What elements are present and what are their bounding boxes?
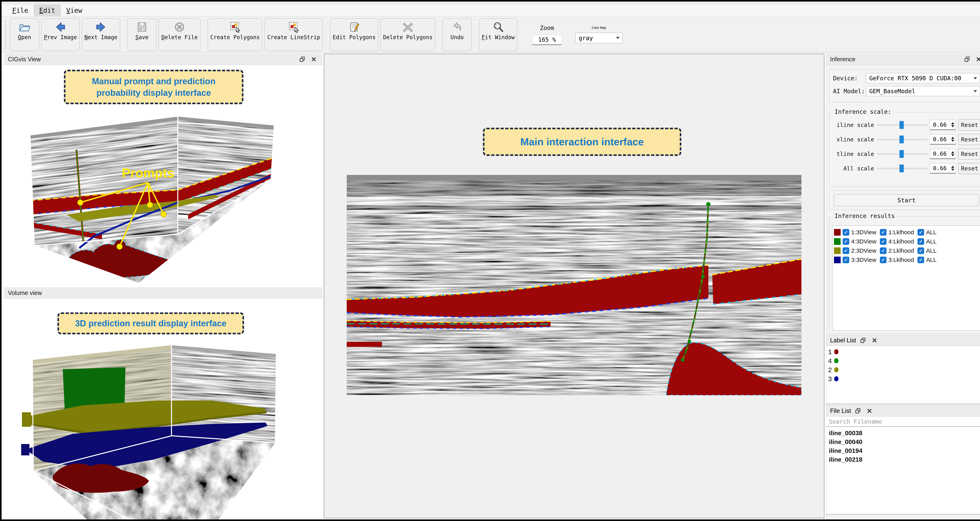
floppy-disk-icon [136,21,148,33]
zoom-label: Zoom [540,24,554,31]
inference-title: Inference [830,56,855,63]
all-checkbox-checked[interactable]: ✓ [918,229,924,236]
notepad-pencil-icon [348,21,360,33]
tline-scale-slider[interactable] [877,149,928,158]
label-list-panel-header: Label List ✕ [826,335,980,346]
label-list-item[interactable]: 3 [828,374,980,383]
all-checkbox-checked[interactable]: ✓ [918,257,924,263]
volume-3d-view[interactable]: 3D prediction result display interface [4,299,322,519]
all-checkbox-checked[interactable]: ✓ [918,238,924,245]
zoom-percent-field[interactable]: 165 % [532,35,562,45]
tline-reset-button[interactable]: Reset [958,148,980,160]
main-interaction-area[interactable]: Main interaction interface [324,54,824,518]
label-list-item[interactable]: 1 [828,347,980,356]
float-panel-icon[interactable] [854,407,862,415]
color-map-label: Color Map [592,26,606,30]
create-polygons-button[interactable]: Create Polygons [208,18,262,51]
file-list-item[interactable]: iline_00194 [829,446,980,455]
float-panel-icon[interactable] [963,55,972,64]
float-panel-icon[interactable] [298,55,307,64]
cigvis-3d-view[interactable]: Manual prompt and prediction probability… [4,65,322,288]
lklhood-checkbox-checked[interactable]: ✓ [880,247,886,254]
xline-scale-label: xline scale [832,136,877,143]
result-color-swatch [834,257,841,263]
file-list[interactable]: iline_00038 iline_00040 iline_00194 ilin… [826,427,980,515]
all-scale-spinbox[interactable]: 0.66 [930,164,956,173]
inference-panel: Device: GeForce RTX 5090 D CUDA:00 AI Mo… [826,65,980,334]
start-button[interactable]: Start [834,194,979,206]
view-checkbox-checked[interactable]: ✓ [843,257,849,263]
lklhood-checkbox-checked[interactable]: ✓ [880,257,886,263]
iline-scale-spinbox[interactable]: 0.66 [930,120,956,130]
magnifier-fit-icon [492,21,504,33]
result-row: ✓3:3DView ✓3:Lklhood ✓ALL [834,255,979,264]
file-list-item[interactable]: iline_00218 [829,455,980,464]
arrow-right-icon [95,21,107,33]
menu-edit[interactable]: Edit [34,5,61,16]
all-scale-label: All scale [832,165,877,172]
file-list-item[interactable]: iline_00040 [829,438,980,446]
view-checkbox-checked[interactable]: ✓ [843,247,849,254]
undo-button[interactable]: Undo [442,18,472,51]
close-panel-icon[interactable]: ✕ [310,55,318,64]
save-button[interactable]: Save [127,18,157,51]
close-panel-icon[interactable]: ✕ [974,55,980,64]
ai-model-select[interactable]: GEM_BaseModel [866,86,980,96]
label-color-dot [834,358,838,363]
close-panel-icon[interactable]: ✕ [865,407,874,415]
result-color-swatch [834,238,841,245]
menu-file[interactable]: File [7,5,34,16]
prev-image-button[interactable]: Prev Image [41,18,80,51]
lklhood-checkbox-checked[interactable]: ✓ [880,238,886,245]
result-row: ✓1:3DView ✓1:Lklhood ✓ALL [834,227,979,237]
view-checkbox-checked[interactable]: ✓ [843,229,849,236]
xline-scale-slider[interactable] [877,135,928,144]
color-map-select[interactable]: gray [576,33,622,43]
inference-scale-group-label: Inference scale: [833,108,893,115]
fit-window-button[interactable]: Fit Window [479,18,517,51]
file-list-panel-header: File List ✕ [826,405,980,416]
filename-search-input[interactable] [826,416,980,426]
right-dock-bottom-strip [826,515,980,518]
tline-scale-label: tline scale [832,151,877,157]
open-button[interactable]: Open [10,18,39,51]
iline-reset-button[interactable]: Reset [958,119,980,131]
delete-polygons-button[interactable]: Delete Polygons [380,18,435,51]
prompts-label: Prompts [122,166,174,180]
seismic-section-image [347,175,802,395]
tline-scale-spinbox[interactable]: 0.66 [930,149,956,159]
label-list[interactable]: 1 4 2 3 [826,346,980,404]
label-color-dot [834,376,838,381]
inference-results-group-label: Inference results [833,213,897,219]
seismic-section-canvas[interactable] [347,175,802,395]
result-color-swatch [834,247,841,254]
window-top-strip [2,2,980,4]
iline-scale-slider[interactable] [877,121,928,129]
device-select[interactable]: GeForce RTX 5090 D CUDA:00 [866,73,980,83]
close-panel-icon[interactable]: ✕ [870,336,879,345]
lklhood-checkbox-checked[interactable]: ✓ [880,229,886,236]
all-checkbox-checked[interactable]: ✓ [918,247,924,254]
label-list-item[interactable]: 2 [828,365,980,374]
all-reset-button[interactable]: Reset [958,163,980,174]
create-linestrip-button[interactable]: Create LineStrip [264,18,323,51]
inference-results-list[interactable]: ✓1:3DView ✓1:Lklhood ✓ALL ✓4:3DView ✓4:L… [832,226,980,330]
next-image-button[interactable]: Next Image [82,18,120,51]
xline-scale-spinbox[interactable]: 0.66 [930,134,956,145]
chevron-down-icon [974,77,977,79]
open-folder-icon [18,21,30,33]
circle-x-icon [173,21,186,33]
all-scale-slider[interactable] [877,164,928,173]
toolbar-drag-handle[interactable] [5,20,7,49]
float-panel-icon[interactable] [859,336,867,345]
menu-view[interactable]: View [61,5,88,16]
delete-file-button[interactable]: Delete File [159,18,200,51]
label-list-item[interactable]: 4 [828,356,980,365]
file-list-item[interactable]: iline_00038 [829,429,980,438]
result-color-swatch [834,229,841,236]
edit-polygons-button[interactable]: Edit Polygons [330,18,378,51]
view-checkbox-checked[interactable]: ✓ [843,238,849,245]
toolbar: Open Prev Image Next Image Save De [2,17,980,53]
xline-reset-button[interactable]: Reset [958,134,980,145]
label-list-title: Label List [830,337,856,344]
